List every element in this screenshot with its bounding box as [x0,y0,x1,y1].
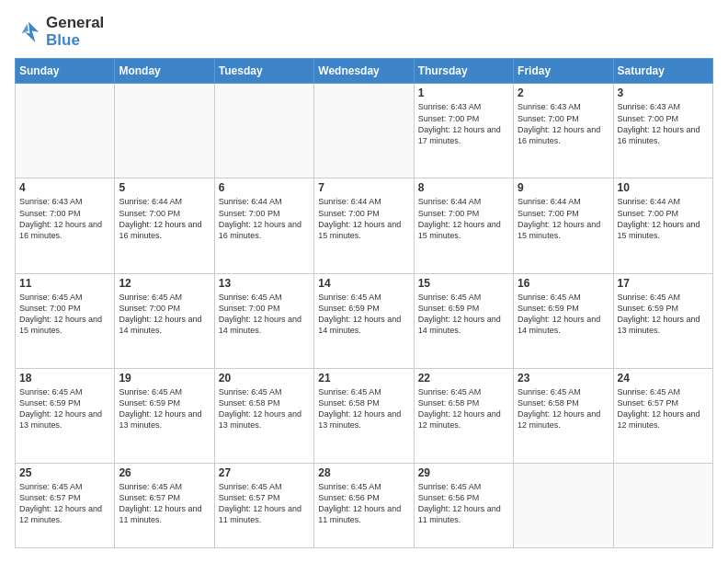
day-number: 18 [19,372,110,385]
calendar-cell: 29Sunrise: 6:45 AM Sunset: 6:56 PM Dayli… [414,463,513,547]
calendar-cell: 3Sunrise: 6:43 AM Sunset: 7:00 PM Daylig… [613,84,712,178]
calendar-week-row: 1Sunrise: 6:43 AM Sunset: 7:00 PM Daylig… [16,84,713,178]
logo-text: GeneralBlue [46,15,104,49]
calendar-cell: 8Sunrise: 6:44 AM Sunset: 7:00 PM Daylig… [414,178,513,273]
day-info: Sunrise: 6:45 AM Sunset: 6:59 PM Dayligh… [19,386,110,431]
calendar-cell: 15Sunrise: 6:45 AM Sunset: 6:59 PM Dayli… [414,273,513,368]
calendar-cell: 6Sunrise: 6:44 AM Sunset: 7:00 PM Daylig… [214,178,313,273]
day-number: 10 [618,181,709,194]
calendar-cell: 22Sunrise: 6:45 AM Sunset: 6:58 PM Dayli… [414,368,513,463]
calendar-cell: 21Sunrise: 6:45 AM Sunset: 6:58 PM Dayli… [314,368,414,463]
page: GeneralBlue SundayMondayTuesdayWednesday… [0,0,728,563]
day-info: Sunrise: 6:44 AM Sunset: 7:00 PM Dayligh… [119,196,210,241]
day-number: 29 [418,466,509,479]
calendar-cell: 24Sunrise: 6:45 AM Sunset: 6:57 PM Dayli… [613,368,712,463]
day-info: Sunrise: 6:45 AM Sunset: 6:59 PM Dayligh… [119,386,210,431]
day-number: 11 [19,277,110,290]
calendar-cell: 10Sunrise: 6:44 AM Sunset: 7:00 PM Dayli… [613,178,712,273]
day-number: 23 [518,372,609,385]
logo-blue: Blue [46,32,104,50]
calendar-cell [613,463,712,547]
day-info: Sunrise: 6:45 AM Sunset: 6:57 PM Dayligh… [19,481,110,526]
calendar-day-header: Thursday [414,59,513,84]
day-number: 2 [518,86,609,99]
calendar-day-header: Wednesday [314,59,414,84]
day-number: 13 [219,277,310,290]
calendar-cell: 28Sunrise: 6:45 AM Sunset: 6:56 PM Dayli… [314,463,414,547]
day-number: 4 [19,181,110,194]
day-info: Sunrise: 6:43 AM Sunset: 7:00 PM Dayligh… [518,101,609,146]
calendar-day-header: Sunday [16,59,115,84]
calendar-cell: 20Sunrise: 6:45 AM Sunset: 6:58 PM Dayli… [214,368,313,463]
calendar-cell [16,84,115,178]
day-info: Sunrise: 6:45 AM Sunset: 6:56 PM Dayligh… [418,481,509,526]
svg-marker-1 [22,24,29,34]
logo-general: General [46,15,104,32]
logo-icon [15,18,42,46]
day-number: 27 [219,466,310,479]
calendar-table: SundayMondayTuesdayWednesdayThursdayFrid… [15,58,713,548]
calendar-cell: 2Sunrise: 6:43 AM Sunset: 7:00 PM Daylig… [514,84,613,178]
day-info: Sunrise: 6:44 AM Sunset: 7:00 PM Dayligh… [518,196,609,241]
day-info: Sunrise: 6:45 AM Sunset: 6:59 PM Dayligh… [618,292,709,337]
calendar-cell: 12Sunrise: 6:45 AM Sunset: 7:00 PM Dayli… [115,273,214,368]
calendar-cell: 5Sunrise: 6:44 AM Sunset: 7:00 PM Daylig… [115,178,214,273]
calendar-day-header: Saturday [613,59,712,84]
day-info: Sunrise: 6:45 AM Sunset: 6:57 PM Dayligh… [618,386,709,431]
day-number: 24 [618,372,709,385]
day-info: Sunrise: 6:43 AM Sunset: 7:00 PM Dayligh… [618,101,709,146]
day-info: Sunrise: 6:44 AM Sunset: 7:00 PM Dayligh… [219,196,310,241]
day-number: 6 [219,181,310,194]
calendar-cell: 19Sunrise: 6:45 AM Sunset: 6:59 PM Dayli… [115,368,214,463]
day-info: Sunrise: 6:45 AM Sunset: 6:59 PM Dayligh… [318,292,409,337]
calendar-cell [115,84,214,178]
calendar-cell: 9Sunrise: 6:44 AM Sunset: 7:00 PM Daylig… [514,178,613,273]
calendar-week-row: 25Sunrise: 6:45 AM Sunset: 6:57 PM Dayli… [16,463,713,547]
calendar-cell: 27Sunrise: 6:45 AM Sunset: 6:57 PM Dayli… [214,463,313,547]
day-info: Sunrise: 6:45 AM Sunset: 6:59 PM Dayligh… [518,292,609,337]
logo: GeneralBlue [15,15,104,49]
calendar-week-row: 4Sunrise: 6:43 AM Sunset: 7:00 PM Daylig… [16,178,713,273]
calendar-header-row: SundayMondayTuesdayWednesdayThursdayFrid… [16,59,713,84]
day-info: Sunrise: 6:45 AM Sunset: 6:58 PM Dayligh… [219,386,310,431]
day-info: Sunrise: 6:45 AM Sunset: 6:58 PM Dayligh… [418,386,509,431]
day-number: 21 [318,372,409,385]
calendar-day-header: Friday [514,59,613,84]
day-number: 9 [518,181,609,194]
day-info: Sunrise: 6:45 AM Sunset: 6:56 PM Dayligh… [318,481,409,526]
calendar-cell: 13Sunrise: 6:45 AM Sunset: 7:00 PM Dayli… [214,273,313,368]
calendar-cell: 11Sunrise: 6:45 AM Sunset: 7:00 PM Dayli… [16,273,115,368]
calendar-cell: 25Sunrise: 6:45 AM Sunset: 6:57 PM Dayli… [16,463,115,547]
day-number: 16 [518,277,609,290]
calendar-cell: 4Sunrise: 6:43 AM Sunset: 7:00 PM Daylig… [16,178,115,273]
day-number: 17 [618,277,709,290]
day-number: 15 [418,277,509,290]
day-info: Sunrise: 6:45 AM Sunset: 6:58 PM Dayligh… [318,386,409,431]
day-number: 20 [219,372,310,385]
calendar-cell: 7Sunrise: 6:44 AM Sunset: 7:00 PM Daylig… [314,178,414,273]
day-number: 25 [19,466,110,479]
day-number: 28 [318,466,409,479]
day-number: 12 [119,277,210,290]
day-number: 8 [418,181,509,194]
day-info: Sunrise: 6:45 AM Sunset: 6:58 PM Dayligh… [518,386,609,431]
calendar-cell [514,463,613,547]
day-info: Sunrise: 6:43 AM Sunset: 7:00 PM Dayligh… [418,101,509,146]
calendar-week-row: 18Sunrise: 6:45 AM Sunset: 6:59 PM Dayli… [16,368,713,463]
day-info: Sunrise: 6:45 AM Sunset: 7:00 PM Dayligh… [219,292,310,337]
calendar-cell: 23Sunrise: 6:45 AM Sunset: 6:58 PM Dayli… [514,368,613,463]
day-info: Sunrise: 6:43 AM Sunset: 7:00 PM Dayligh… [19,196,110,241]
calendar-day-header: Monday [115,59,214,84]
day-info: Sunrise: 6:45 AM Sunset: 7:00 PM Dayligh… [119,292,210,337]
calendar-cell [214,84,313,178]
header: GeneralBlue [15,15,713,49]
day-info: Sunrise: 6:45 AM Sunset: 6:57 PM Dayligh… [219,481,310,526]
calendar-cell: 17Sunrise: 6:45 AM Sunset: 6:59 PM Dayli… [613,273,712,368]
calendar-cell: 16Sunrise: 6:45 AM Sunset: 6:59 PM Dayli… [514,273,613,368]
calendar-cell: 1Sunrise: 6:43 AM Sunset: 7:00 PM Daylig… [414,84,513,178]
day-info: Sunrise: 6:45 AM Sunset: 6:59 PM Dayligh… [418,292,509,337]
day-info: Sunrise: 6:44 AM Sunset: 7:00 PM Dayligh… [618,196,709,241]
day-number: 1 [418,86,509,99]
day-number: 22 [418,372,509,385]
day-number: 3 [618,86,709,99]
